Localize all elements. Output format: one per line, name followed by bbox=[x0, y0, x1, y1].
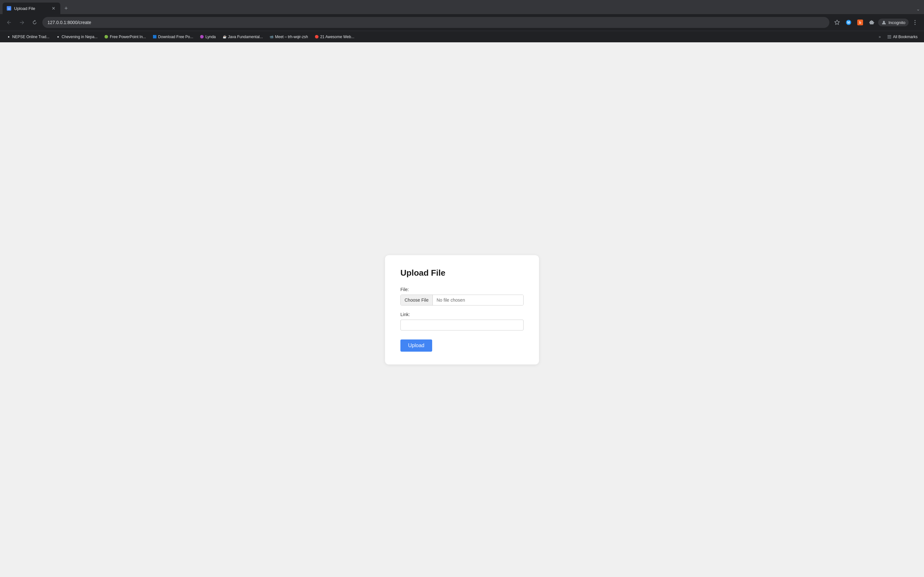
bookmark-favicon: 🟣 bbox=[200, 35, 204, 39]
tab-bar: U Upload File ✕ + ⌄ bbox=[0, 0, 924, 14]
svg-rect-12 bbox=[887, 38, 891, 39]
bookmark-favicon: 🔴 bbox=[314, 35, 319, 39]
bookmark-star-icon[interactable] bbox=[832, 17, 842, 27]
address-input[interactable]: 127.0.0.1:8000/create bbox=[42, 17, 829, 28]
bookmark-favicon: ☕ bbox=[222, 35, 227, 39]
address-bar: 127.0.0.1:8000/create M b Incognito bbox=[0, 14, 924, 31]
bookmark-item[interactable]: ● NEPSE Online Trad... bbox=[4, 33, 52, 40]
svg-text:M: M bbox=[847, 21, 850, 24]
link-label: Link: bbox=[401, 312, 523, 317]
svg-text:b: b bbox=[859, 21, 861, 24]
svg-rect-10 bbox=[887, 35, 891, 36]
bookmark-label: 21 Awesome Web... bbox=[320, 35, 354, 39]
bookmark-item[interactable]: 🟢 Free PowerPoint In... bbox=[102, 33, 149, 40]
bookmark-label: Meet – trh-wqir-zsh bbox=[275, 35, 308, 39]
file-form-group: File: Choose File No file chosen bbox=[401, 287, 523, 306]
malwarebytes-icon[interactable]: M bbox=[843, 17, 854, 27]
tab-close-button[interactable]: ✕ bbox=[51, 5, 57, 11]
new-tab-button[interactable]: + bbox=[61, 4, 71, 13]
choose-file-button[interactable]: Choose File bbox=[401, 295, 433, 305]
file-label: File: bbox=[401, 287, 523, 292]
bookmark-item[interactable]: 🟦 Download Free Po... bbox=[150, 33, 196, 40]
link-form-group: Link: bbox=[401, 312, 523, 330]
bookmarks-bar: ● NEPSE Online Trad... ● Chevening in Ne… bbox=[0, 31, 924, 42]
bookmark-favicon: 🟢 bbox=[104, 35, 108, 39]
incognito-label: Incognito bbox=[888, 20, 905, 25]
bookmarks-more-button[interactable]: » bbox=[876, 33, 884, 40]
url-text: 127.0.0.1:8000/create bbox=[47, 17, 91, 28]
toolbar-icons: M b Incognito bbox=[832, 17, 920, 27]
incognito-button[interactable]: Incognito bbox=[878, 19, 909, 26]
browser-chrome: U Upload File ✕ + ⌄ 127.0.0.1:8000/creat… bbox=[0, 0, 924, 42]
svg-rect-11 bbox=[887, 37, 891, 37]
all-bookmarks-button[interactable]: All Bookmarks bbox=[885, 33, 920, 40]
bookmark-favicon: 🟦 bbox=[152, 35, 157, 39]
bitly-icon[interactable]: b bbox=[855, 17, 865, 27]
bookmark-label: NEPSE Online Trad... bbox=[12, 35, 49, 39]
upload-card: Upload File File: Choose File No file ch… bbox=[385, 255, 539, 364]
all-bookmarks-label: All Bookmarks bbox=[893, 35, 918, 39]
tab-title: Upload File bbox=[14, 6, 48, 11]
bookmark-favicon: ● bbox=[56, 35, 60, 39]
bookmark-label: Chevening in Nepa... bbox=[61, 35, 97, 39]
back-button[interactable] bbox=[4, 17, 14, 27]
bookmark-label: Free PowerPoint In... bbox=[110, 35, 146, 39]
bookmark-label: Download Free Po... bbox=[158, 35, 193, 39]
bookmark-favicon: ● bbox=[6, 35, 11, 39]
bookmark-item[interactable]: ☕ Java Fundamental... bbox=[220, 33, 266, 40]
menu-button[interactable] bbox=[910, 17, 920, 27]
page-title: Upload File bbox=[401, 268, 523, 278]
bookmark-item[interactable]: 📹 Meet – trh-wqir-zsh bbox=[267, 33, 310, 40]
active-tab[interactable]: U Upload File ✕ bbox=[3, 3, 60, 14]
reload-button[interactable] bbox=[29, 17, 40, 27]
file-name-display: No file chosen bbox=[433, 295, 523, 305]
bookmark-favicon: 📹 bbox=[269, 35, 274, 39]
svg-point-9 bbox=[915, 24, 916, 25]
forward-button[interactable] bbox=[17, 17, 27, 27]
bookmark-item[interactable]: 🟣 Lynda bbox=[197, 33, 218, 40]
link-input[interactable] bbox=[401, 319, 523, 330]
upload-button[interactable]: Upload bbox=[401, 340, 432, 351]
tab-favicon: U bbox=[6, 6, 11, 11]
bookmark-item[interactable]: 🔴 21 Awesome Web... bbox=[312, 33, 357, 40]
bookmark-item[interactable]: ● Chevening in Nepa... bbox=[53, 33, 100, 40]
extensions-icon[interactable] bbox=[867, 17, 877, 27]
file-input-wrapper: Choose File No file chosen bbox=[401, 295, 523, 306]
svg-text:U: U bbox=[8, 7, 10, 10]
bookmark-label: Lynda bbox=[205, 35, 216, 39]
page-content: Upload File File: Choose File No file ch… bbox=[0, 42, 924, 577]
tab-expand-button[interactable]: ⌄ bbox=[915, 5, 921, 13]
svg-point-7 bbox=[915, 20, 916, 21]
svg-point-8 bbox=[915, 22, 916, 23]
bookmark-label: Java Fundamental... bbox=[228, 35, 263, 39]
